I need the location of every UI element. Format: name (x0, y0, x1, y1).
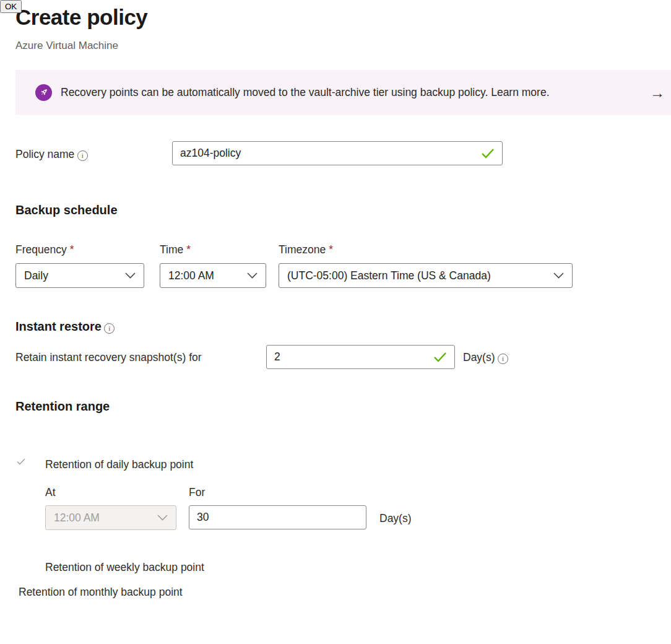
days-unit-label: Day(s) (379, 512, 412, 525)
policy-name-input[interactable] (173, 147, 481, 160)
retention-range-heading: Retention range (15, 399, 110, 414)
clipped-next-row: Retention of monthly backup point (19, 586, 365, 591)
vault-archive-banner[interactable]: Recovery points can be automatically mov… (15, 70, 671, 115)
required-marker: * (186, 243, 191, 256)
time-dropdown[interactable]: 12:00 AM (160, 263, 266, 288)
daily-for-field (189, 505, 366, 529)
create-policy-panel: Create policy Azure Virtual Machine Reco… (0, 0, 671, 644)
frequency-value: Daily (24, 269, 48, 282)
at-label: At (45, 486, 56, 499)
time-label: Time* (160, 243, 191, 256)
policy-name-field (172, 141, 503, 165)
backup-schedule-heading: Backup schedule (15, 203, 118, 217)
frequency-dropdown[interactable]: Daily (15, 263, 144, 288)
daily-for-input[interactable] (189, 511, 366, 524)
daily-at-dropdown: 12:00 AM (45, 505, 176, 530)
monthly-retention-label: Retention of monthly backup point (19, 586, 183, 598)
snapshot-days-unit-row: Day(s) i (463, 351, 508, 364)
timezone-value: (UTC-05:00) Eastern Time (US & Canada) (287, 269, 491, 282)
info-icon[interactable]: i (104, 323, 115, 334)
page-subtitle: Azure Virtual Machine (15, 40, 118, 52)
time-value: 12:00 AM (168, 269, 214, 282)
footer-bar: OK (0, 0, 22, 13)
banner-message: Recovery points can be automatically mov… (61, 86, 550, 99)
weekly-retention-label: Retention of weekly backup point (45, 561, 204, 574)
daily-retention-label: Retention of daily backup point (45, 458, 193, 471)
valid-check-icon (481, 148, 495, 159)
for-label: For (189, 486, 205, 499)
policy-name-label: Policy name (15, 148, 74, 160)
ok-button[interactable]: OK (0, 0, 22, 13)
daily-retention-checkbox (17, 456, 25, 468)
timezone-dropdown[interactable]: (UTC-05:00) Eastern Time (US & Canada) (279, 263, 573, 288)
page-title: Create policy (15, 5, 147, 30)
chevron-down-icon (553, 272, 564, 279)
instant-restore-heading: Instant restore (15, 320, 102, 333)
info-icon[interactable]: i (77, 150, 88, 161)
instant-restore-label: Retain instant recovery snapshot(s) for (15, 351, 202, 364)
required-marker: * (70, 243, 74, 256)
snapshot-days-input[interactable] (267, 350, 433, 363)
chevron-down-icon (247, 272, 258, 279)
days-unit-label: Day(s) (463, 351, 495, 363)
arrow-right-icon[interactable]: → (650, 85, 665, 100)
timezone-label: Timezone* (279, 243, 333, 256)
chevron-down-icon (125, 272, 136, 279)
rocket-icon (35, 84, 52, 101)
checkmark-icon (17, 458, 25, 465)
instant-restore-heading-row: Instant restore i (15, 320, 115, 334)
info-icon[interactable]: i (498, 354, 508, 364)
valid-check-icon (433, 352, 447, 362)
chevron-down-icon (157, 515, 168, 521)
required-marker: * (329, 243, 333, 256)
policy-name-row: Policy name i (15, 148, 88, 161)
snapshot-days-field (266, 345, 455, 369)
frequency-label: Frequency* (15, 243, 74, 256)
daily-at-value: 12:00 AM (54, 511, 100, 524)
